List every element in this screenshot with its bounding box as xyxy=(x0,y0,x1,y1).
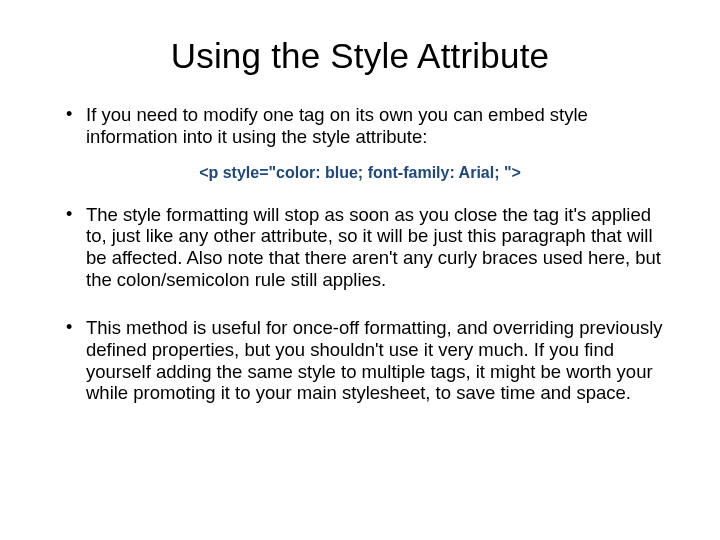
slide: Using the Style Attribute If you need to… xyxy=(0,0,720,540)
bullet-list: If you need to modify one tag on its own… xyxy=(66,104,672,148)
bullet-list: The style formatting will stop as soon a… xyxy=(66,204,672,405)
code-example: <p style="color: blue; font-family: Aria… xyxy=(48,164,672,182)
bullet-item: This method is useful for once-off forma… xyxy=(66,317,672,404)
slide-title: Using the Style Attribute xyxy=(48,36,672,76)
bullet-item: If you need to modify one tag on its own… xyxy=(66,104,672,148)
bullet-item: The style formatting will stop as soon a… xyxy=(66,204,672,291)
